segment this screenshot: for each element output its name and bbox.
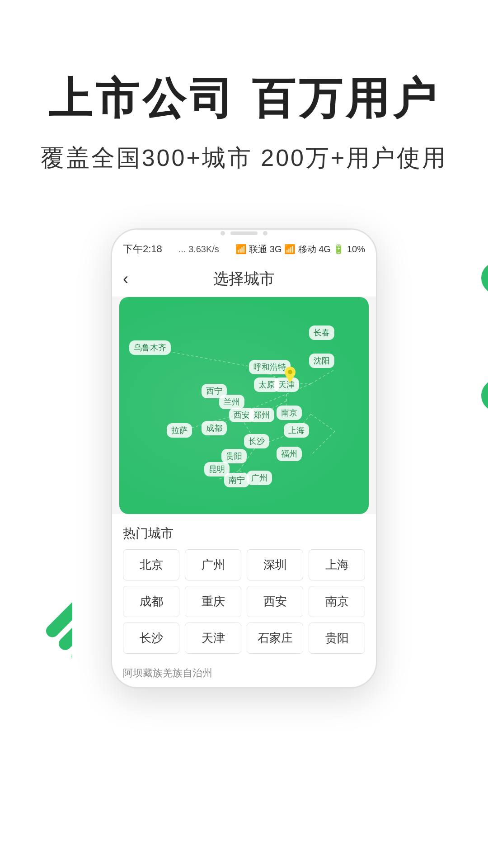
- svg-line-7: [214, 414, 239, 429]
- sub-title: 覆盖全国300+城市 200万+用户使用: [36, 142, 452, 174]
- city-btn-changsha[interactable]: 长沙: [123, 623, 179, 654]
- status-bar: 下午2:18 ... 3.63K/s 📶 联通 3G 📶 移动 4G 🔋 10%: [112, 237, 376, 261]
- phone-frame: 下午2:18 ... 3.63K/s 📶 联通 3G 📶 移动 4G 🔋 10%…: [111, 228, 377, 689]
- status-carrier: 📶 联通 3G 📶 移动 4G 🔋 10%: [235, 243, 365, 255]
- svg-point-19: [288, 370, 292, 374]
- city-btn-chongqing[interactable]: 重庆: [185, 586, 241, 617]
- svg-line-6: [179, 414, 239, 431]
- svg-line-16: [311, 414, 335, 431]
- city-btn-xian[interactable]: 西安: [247, 586, 303, 617]
- svg-line-15: [262, 432, 296, 444]
- phone-dots: [221, 231, 267, 236]
- status-info: ... 3.63K/s: [178, 244, 219, 255]
- city-btn-shenzhen[interactable]: 深圳: [247, 549, 303, 580]
- svg-line-5: [239, 384, 311, 414]
- svg-line-0: [155, 349, 262, 368]
- phone-dot-2: [263, 231, 267, 236]
- svg-line-12: [261, 401, 286, 414]
- phone-dot-1: [221, 231, 225, 236]
- status-time: 下午2:18: [123, 242, 162, 256]
- bottom-hint: 阿坝藏族羌族自治州: [112, 659, 376, 687]
- status-icons: 📶 联通 3G 📶 移动 4G 🔋 10%: [235, 244, 365, 254]
- nav-bar: ‹ 选择城市: [112, 261, 376, 297]
- map-pin: [284, 367, 296, 385]
- svg-line-8: [239, 414, 258, 444]
- svg-line-14: [296, 414, 311, 432]
- city-btn-guiyang[interactable]: 贵阳: [309, 623, 365, 654]
- map-area[interactable]: 乌鲁木齐 长春 沈阳 呼和浩特 天津 西宁 兰州 太原 西安 郑州 南京 上海 …: [119, 297, 369, 514]
- svg-line-1: [261, 368, 286, 384]
- city-btn-shanghai[interactable]: 上海: [309, 549, 365, 580]
- phone-top-bar: [112, 230, 376, 237]
- svg-line-11: [239, 471, 262, 479]
- svg-line-10: [219, 471, 239, 479]
- city-btn-chengdu[interactable]: 成都: [123, 586, 179, 617]
- main-title: 上市公司 百万用户: [36, 72, 452, 124]
- page-title: 选择城市: [213, 269, 275, 289]
- map-connections: [119, 297, 369, 514]
- city-btn-shijiazhuang[interactable]: 石家庄: [247, 623, 303, 654]
- hot-cities-title: 热门城市: [123, 525, 365, 542]
- svg-line-9: [239, 444, 258, 471]
- deco-arc: [402, 264, 488, 411]
- phone-speaker: [230, 231, 258, 235]
- city-btn-nanjing[interactable]: 南京: [309, 586, 365, 617]
- svg-line-4: [311, 369, 335, 384]
- deco-stripes: [0, 562, 72, 707]
- hot-cities-section: 热门城市 北京 广州 深圳 上海 成都 重庆 西安 南京 长沙 天津 石家庄 贵…: [112, 514, 376, 659]
- city-btn-beijing[interactable]: 北京: [123, 549, 179, 580]
- top-section: 上市公司 百万用户 覆盖全国300+城市 200万+用户使用: [0, 0, 488, 201]
- bottom-hint-text: 阿坝藏族羌族自治州: [123, 667, 212, 679]
- back-button[interactable]: ‹: [123, 269, 128, 288]
- svg-line-17: [311, 431, 335, 455]
- city-grid: 北京 广州 深圳 上海 成都 重庆 西安 南京 长沙 天津 石家庄 贵阳: [123, 549, 365, 659]
- city-btn-tianjin[interactable]: 天津: [185, 623, 241, 654]
- city-btn-guangzhou[interactable]: 广州: [185, 549, 241, 580]
- phone-section: 下午2:18 ... 3.63K/s 📶 联通 3G 📶 移动 4G 🔋 10%…: [0, 228, 488, 707]
